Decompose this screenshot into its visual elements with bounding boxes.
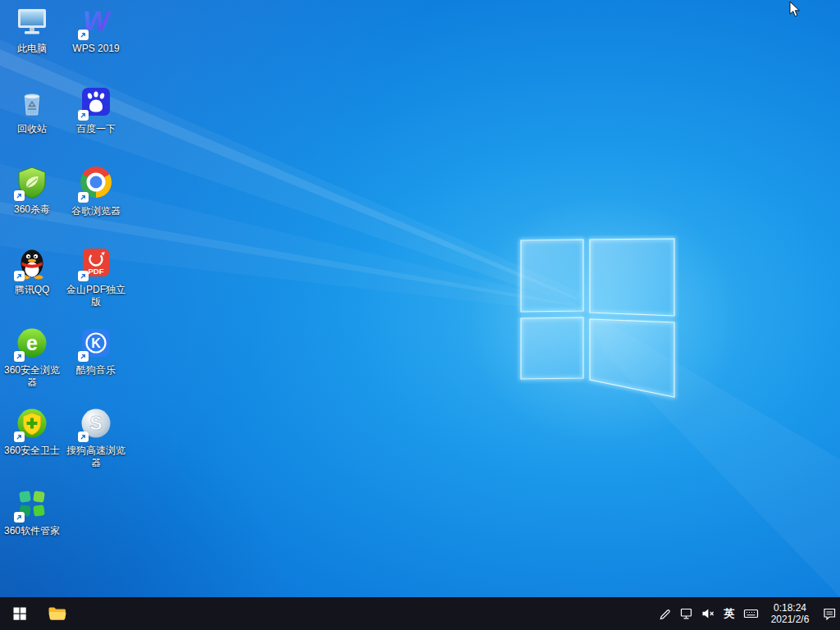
qq-icon xyxy=(14,245,50,281)
svg-text:PDF: PDF xyxy=(89,267,104,276)
desktop-wallpaper[interactable]: 此电脑 W WPS 2019 回收站 xyxy=(0,0,840,597)
clock-date: 2021/2/6 xyxy=(761,614,819,625)
desktop-icon-baidu[interactable]: 百度一下 xyxy=(65,84,127,135)
desktop-icon-kingsoft-pdf[interactable]: PDF 金山PDF独立版 xyxy=(65,245,127,308)
windows-logo-glow xyxy=(414,148,792,492)
system-tray: 英 0:18:24 2021/2/6 xyxy=(655,597,840,630)
desktop-icon-tencent-qq[interactable]: 腾讯QQ xyxy=(1,245,63,296)
pen-tray-button[interactable] xyxy=(655,597,676,630)
network-icon xyxy=(679,606,694,621)
shortcut-arrow-icon xyxy=(78,192,89,203)
speaker-muted-icon xyxy=(701,606,715,621)
desktop-icon-360-safeguard[interactable]: 360安全卫士 xyxy=(1,406,63,457)
clock-time: 0:18:24 xyxy=(761,602,819,614)
action-center-button[interactable] xyxy=(819,597,840,630)
desktop-icon-kugou-music[interactable]: K 酷狗音乐 xyxy=(65,326,127,377)
icon-label: 360安全浏览器 xyxy=(1,364,63,389)
desktop-icon-this-pc[interactable]: 此电脑 xyxy=(1,4,63,55)
icon-label: 酷狗音乐 xyxy=(65,364,127,377)
baidu-icon xyxy=(78,84,114,121)
shortcut-arrow-icon xyxy=(78,431,89,442)
shortcut-arrow-icon xyxy=(14,271,25,281)
desktop-icon-chrome[interactable]: 谷歌浏览器 xyxy=(65,165,127,217)
icon-label: 360杀毒 xyxy=(1,203,63,216)
volume-tray-button[interactable] xyxy=(697,597,719,630)
network-tray-button[interactable] xyxy=(676,597,697,630)
ime-indicator[interactable]: 英 xyxy=(719,597,740,630)
360-software-icon xyxy=(14,486,50,523)
desktop-icon-360-antivirus[interactable]: 360杀毒 xyxy=(1,165,63,216)
pen-icon xyxy=(658,606,673,621)
shortcut-arrow-icon xyxy=(78,30,89,40)
360-antivirus-icon xyxy=(14,165,50,201)
shortcut-arrow-icon xyxy=(14,190,25,201)
wps-2019-icon: W xyxy=(78,4,114,40)
kugou-music-icon: K xyxy=(78,326,114,362)
this-pc-icon xyxy=(14,4,50,40)
shortcut-arrow-icon xyxy=(14,431,25,442)
shortcut-arrow-icon xyxy=(14,512,25,523)
desktop-icon-sogou-browser[interactable]: S 搜狗高速浏览器 xyxy=(65,406,127,469)
icon-label: 谷歌浏览器 xyxy=(65,205,127,217)
windows-start-icon xyxy=(13,607,26,620)
svg-text:e: e xyxy=(26,331,38,354)
taskbar-clock[interactable]: 0:18:24 2021/2/6 xyxy=(761,597,819,630)
icon-label: 360安全卫士 xyxy=(1,445,63,457)
recycle-bin-icon xyxy=(14,84,50,121)
icon-label: 腾讯QQ xyxy=(1,284,63,296)
icon-label: 回收站 xyxy=(1,123,63,135)
svg-text:S: S xyxy=(89,413,102,434)
desktop-icon-wps-2019[interactable]: W WPS 2019 xyxy=(65,4,127,55)
360-browser-icon: e xyxy=(14,326,50,362)
shortcut-arrow-icon xyxy=(78,351,89,362)
keyboard-icon xyxy=(743,606,759,621)
shortcut-arrow-icon xyxy=(78,271,89,281)
taskbar: 英 0:18:24 2021/2/6 xyxy=(0,597,840,630)
shortcut-arrow-icon xyxy=(14,351,25,362)
kingsoft-pdf-icon: PDF xyxy=(78,245,114,281)
desktop-icon-360-software[interactable]: 360软件管家 xyxy=(1,486,63,537)
icon-label: 360软件管家 xyxy=(1,525,63,537)
icon-label: 百度一下 xyxy=(65,123,127,135)
folder-icon xyxy=(48,605,67,622)
start-button[interactable] xyxy=(0,597,39,630)
svg-text:K: K xyxy=(91,336,101,350)
touch-keyboard-button[interactable] xyxy=(740,597,761,630)
desktop-icon-360-browser[interactable]: e 360安全浏览器 xyxy=(1,326,63,389)
action-center-icon xyxy=(822,606,837,621)
chrome-icon xyxy=(78,167,114,203)
icon-label: 此电脑 xyxy=(1,43,63,55)
desktop-icon-recycle-bin[interactable]: 回收站 xyxy=(1,84,63,135)
360-safeguard-icon xyxy=(14,406,50,442)
icon-label: 搜狗高速浏览器 xyxy=(65,445,127,469)
icon-label: WPS 2019 xyxy=(65,43,127,55)
icon-label: 金山PDF独立版 xyxy=(65,284,127,308)
sogou-browser-icon: S xyxy=(78,406,114,442)
windows-wallpaper-logo xyxy=(515,235,679,403)
shortcut-arrow-icon xyxy=(78,110,89,121)
file-explorer-button[interactable] xyxy=(39,597,75,630)
